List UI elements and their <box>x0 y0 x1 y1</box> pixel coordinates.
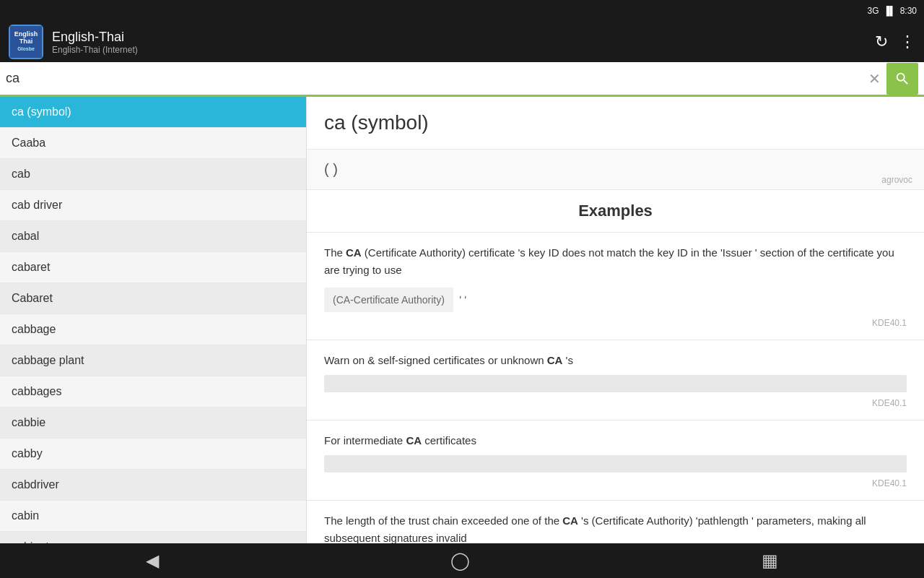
content-area: ca (symbol) ( ) agrovoc Examples The CA … <box>307 97 924 543</box>
signal-icon: 3G <box>868 6 879 16</box>
example-en-1: The CA (Certificate Authority) certifica… <box>324 244 907 279</box>
example-card-4: The length of the trust chain exceeded o… <box>307 501 924 543</box>
sidebar-item-cabaret-lower[interactable]: cabaret <box>0 252 306 283</box>
search-input[interactable] <box>6 71 863 86</box>
refresh-button[interactable]: ↻ <box>875 33 888 51</box>
sidebar-item-caaba[interactable]: Caaba <box>0 128 306 159</box>
sidebar-item-cab-driver[interactable]: cab driver <box>0 190 306 221</box>
ca-bold-4: CA <box>562 514 578 527</box>
search-icon <box>894 71 910 87</box>
example-th-1: (CA-Certificate Authority) ' ' <box>324 285 907 312</box>
recent-button[interactable]: ▦ <box>762 551 778 571</box>
example-source-1: KDE40.1 <box>324 318 907 328</box>
translation-source: agrovoc <box>881 175 912 185</box>
thai-text-2 <box>324 375 907 392</box>
ca-bold-1: CA <box>346 246 362 259</box>
search-button[interactable] <box>886 63 918 95</box>
status-bar: 3G ▐▌ 8:30 <box>0 0 924 22</box>
translation-box: ( ) agrovoc <box>307 150 924 190</box>
translation-text: ( ) <box>324 161 907 178</box>
example-en-2: Warn on & self-signed certificates or un… <box>324 352 907 369</box>
example-en-4: The length of the trust chain exceeded o… <box>324 512 907 543</box>
app-title: English-Thai <box>52 30 866 45</box>
sidebar-item-cabdriver[interactable]: cabdriver <box>0 470 306 501</box>
status-icons: 3G ▐▌ 8:30 <box>868 6 917 16</box>
app-bar: EnglishThaiGlosbe English-Thai English-T… <box>0 22 924 62</box>
sidebar-item-cabinet[interactable]: cabinet <box>0 532 306 543</box>
examples-header: Examples <box>307 190 924 233</box>
sidebar-item-cabby[interactable]: cabby <box>0 439 306 470</box>
example-th-2 <box>324 375 907 392</box>
menu-button[interactable]: ⋮ <box>899 33 915 51</box>
sidebar-item-cabbage[interactable]: cabbage <box>0 314 306 345</box>
ca-bold-2: CA <box>547 354 563 366</box>
battery-icon: ▐▌ <box>884 6 896 16</box>
sidebar-item-cabin[interactable]: cabin <box>0 501 306 532</box>
word-title: ca (symbol) <box>307 97 924 150</box>
sidebar-item-cabbage-plant[interactable]: cabbage plant <box>0 345 306 376</box>
search-bar: ✕ <box>0 62 924 97</box>
home-button[interactable]: ◯ <box>450 551 470 571</box>
bottom-nav: ◀ ◯ ▦ <box>0 543 924 578</box>
example-source-3: KDE40.1 <box>324 478 907 488</box>
back-button[interactable]: ◀ <box>146 551 159 571</box>
time-display: 8:30 <box>900 6 917 16</box>
app-subtitle: English-Thai (Internet) <box>52 45 866 55</box>
example-card-1: The CA (Certificate Authority) certifica… <box>307 233 924 340</box>
sidebar-item-ca-symbol[interactable]: ca (symbol) <box>0 97 306 128</box>
sidebar-item-cab[interactable]: cab <box>0 159 306 190</box>
app-bar-actions: ↻ ⋮ <box>875 33 915 51</box>
sidebar-item-cabaret-upper[interactable]: Cabaret <box>0 283 306 314</box>
example-card-3: For intermediate CA certificates KDE40.1 <box>307 420 924 501</box>
sidebar-item-cabbie[interactable]: cabbie <box>0 407 306 439</box>
example-card-2: Warn on & self-signed certificates or un… <box>307 340 924 420</box>
example-en-3: For intermediate CA certificates <box>324 432 907 449</box>
example-th-3 <box>324 455 907 473</box>
main-area: ca (symbol) Caaba cab cab driver cabal c… <box>0 97 924 543</box>
thai-text-1: (CA-Certificate Authority) <box>324 288 453 312</box>
ca-bold-3: CA <box>406 434 422 447</box>
app-icon-text: EnglishThaiGlosbe <box>14 31 38 53</box>
app-icon: EnglishThaiGlosbe <box>9 25 43 59</box>
clear-button[interactable]: ✕ <box>868 70 881 87</box>
thai-text-3 <box>324 455 907 473</box>
sidebar: ca (symbol) Caaba cab cab driver cabal c… <box>0 97 307 543</box>
example-source-2: KDE40.1 <box>324 398 907 408</box>
app-title-group: English-Thai English-Thai (Internet) <box>52 30 866 55</box>
sidebar-item-cabal[interactable]: cabal <box>0 221 306 252</box>
sidebar-item-cabbages[interactable]: cabbages <box>0 376 306 407</box>
